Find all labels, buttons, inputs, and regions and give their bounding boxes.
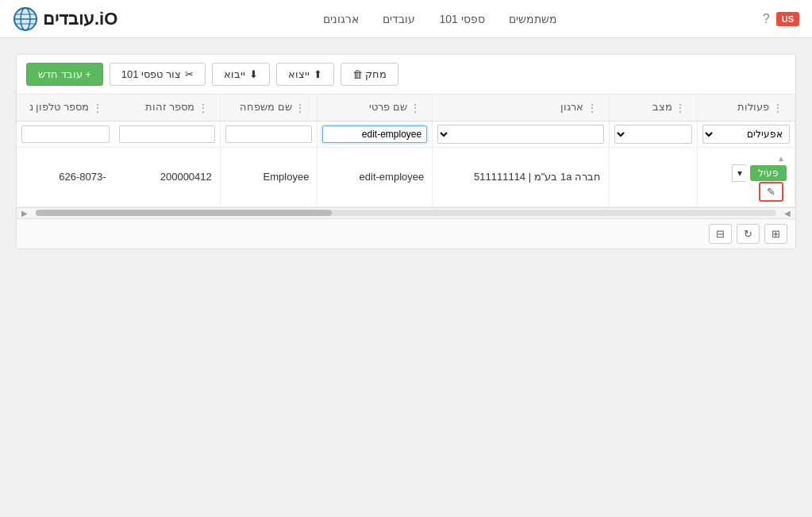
nav-item-users[interactable]: משתמשים bbox=[509, 13, 557, 25]
clear-button[interactable]: מחק 🗑 bbox=[341, 63, 399, 86]
filter-cell-status bbox=[610, 121, 698, 147]
nav-left: US ? bbox=[763, 12, 799, 26]
col-handle-idnum[interactable]: ⋮ bbox=[198, 102, 209, 114]
col-label-phone: מספר טלפון נ bbox=[29, 101, 89, 113]
columns-toggle-button[interactable]: ⊞ bbox=[764, 224, 787, 244]
form101-button[interactable]: ✂ צור טפסי 101 bbox=[110, 63, 206, 86]
col-handle-org[interactable]: ⋮ bbox=[587, 102, 598, 114]
filter-status-select[interactable] bbox=[614, 125, 692, 144]
col-handle-actions[interactable]: ⋮ bbox=[772, 102, 783, 114]
col-handle-lname[interactable]: ⋮ bbox=[294, 102, 306, 114]
col-label-org: ארגון bbox=[560, 101, 583, 113]
col-header-phone: ⋮ מספר טלפון נ bbox=[17, 95, 114, 121]
refresh-icon: ↻ bbox=[744, 228, 752, 240]
main-content: מחק 🗑 ⬆ ייצוא ⬇ ייבוא ✂ צור טפסי 101 + ע… bbox=[0, 38, 812, 265]
col-handle-phone[interactable]: ⋮ bbox=[92, 102, 103, 114]
logo: עובדים.iO bbox=[13, 6, 117, 32]
scissors-icon: ✂ bbox=[185, 68, 194, 80]
nav-item-organizations[interactable]: ארגונים bbox=[323, 13, 359, 25]
table-filter-row: אפעילים bbox=[17, 121, 795, 147]
import-label: ייבוא bbox=[224, 68, 245, 80]
col-header-idnum: ⋮ מספר זהות bbox=[114, 95, 221, 121]
cell-lname: Employee bbox=[220, 147, 317, 206]
locale-flag[interactable]: US bbox=[776, 12, 799, 26]
filter-idnum-input[interactable] bbox=[119, 125, 215, 143]
filter-cell-phone bbox=[17, 121, 114, 147]
filter-org-select[interactable] bbox=[437, 125, 604, 144]
logo-globe-icon bbox=[13, 6, 38, 32]
filter-phone-input[interactable] bbox=[21, 125, 110, 143]
col-label-actions: פעולות bbox=[737, 101, 769, 113]
logo-text: עובדים.iO bbox=[43, 9, 117, 29]
filter-icon: ⊟ bbox=[716, 228, 725, 240]
cell-idnum: 200000412 bbox=[114, 147, 221, 206]
table-scroll-area[interactable]: ⋮ פעולות ⋮ מצב ⋮ ארגון ⋮ bbox=[17, 95, 795, 207]
filter-cell-idnum bbox=[114, 121, 221, 147]
col-handle-status[interactable]: ⋮ bbox=[675, 102, 686, 114]
table-row: ▲ פעיל ▾ ✎ חברה 1a בע"מ | 511111114 bbox=[17, 147, 795, 206]
col-header-fname: ⋮ שם פרטי bbox=[317, 95, 433, 121]
employees-table: ⋮ פעולות ⋮ מצב ⋮ ארגון ⋮ bbox=[17, 95, 795, 207]
col-header-actions: ⋮ פעולות bbox=[698, 95, 795, 121]
cell-actions: ▲ פעיל ▾ ✎ bbox=[698, 147, 795, 206]
table-header-row: ⋮ פעולות ⋮ מצב ⋮ ארגון ⋮ bbox=[17, 95, 795, 121]
nav-item-101[interactable]: ספסי 101 bbox=[439, 13, 484, 25]
horizontal-scrollbar[interactable]: ◀ ▶ bbox=[17, 207, 795, 218]
col-header-status: ⋮ מצב bbox=[610, 95, 698, 121]
nav-center: משתמשים ספסי 101 עובדים ארגונים bbox=[323, 13, 556, 25]
table-container: מחק 🗑 ⬆ ייצוא ⬇ ייבוא ✂ צור טפסי 101 + ע… bbox=[16, 54, 796, 249]
export-button[interactable]: ⬆ ייצוא bbox=[276, 63, 334, 86]
cell-status bbox=[610, 147, 698, 206]
new-employee-button[interactable]: + עובד חדש bbox=[26, 63, 103, 86]
scroll-right-arrow[interactable]: ▶ bbox=[18, 209, 31, 218]
form101-label: צור טפסי 101 bbox=[121, 68, 181, 80]
export-label: ייצוא bbox=[288, 68, 310, 80]
table-toolbar: מחק 🗑 ⬆ ייצוא ⬇ ייבוא ✂ צור טפסי 101 + ע… bbox=[17, 55, 795, 95]
edit-row-button[interactable]: ✎ bbox=[759, 182, 783, 202]
col-label-lname: שם משפחה bbox=[240, 101, 292, 113]
col-label-status: מצב bbox=[652, 101, 672, 113]
export-arrow-icon: ⬆ bbox=[314, 68, 322, 80]
filter-button[interactable]: ⊟ bbox=[709, 224, 732, 244]
action-btn-group: ▾ bbox=[732, 164, 747, 182]
bottom-toolbar: ⊞ ↻ ⊟ bbox=[17, 218, 795, 249]
cell-fname: edit-employee bbox=[317, 147, 433, 206]
nav-item-employees[interactable]: עובדים bbox=[383, 13, 415, 25]
edit-pencil-icon: ✎ bbox=[767, 186, 775, 198]
scroll-left-arrow[interactable]: ◀ bbox=[781, 209, 794, 218]
help-icon[interactable]: ? bbox=[763, 12, 770, 26]
col-handle-fname[interactable]: ⋮ bbox=[410, 102, 421, 114]
filter-cell-org bbox=[433, 121, 610, 147]
scroll-thumb[interactable] bbox=[36, 210, 332, 216]
filter-fname-input[interactable] bbox=[322, 125, 427, 143]
filter-lname-input[interactable] bbox=[225, 125, 313, 143]
col-label-idnum: מספר זהות bbox=[145, 101, 195, 113]
import-button[interactable]: ⬇ ייבוא bbox=[212, 63, 270, 86]
filter-status[interactable]: אפעילים bbox=[702, 125, 790, 144]
top-navigation: US ? משתמשים ספסי 101 עובדים ארגונים עוב… bbox=[0, 0, 812, 38]
col-header-lname: ⋮ שם משפחה bbox=[220, 95, 317, 121]
action-dropdown-button[interactable]: ▾ bbox=[732, 164, 747, 182]
col-label-fname: שם פרטי bbox=[369, 101, 407, 113]
col-header-org: ⋮ ארגון bbox=[433, 95, 610, 121]
cell-phone: -626-8073 bbox=[17, 147, 114, 206]
row-expand-icon[interactable]: ▲ bbox=[706, 152, 787, 164]
filter-cell-lname bbox=[220, 121, 317, 147]
status-badge-active: פעיל bbox=[750, 165, 787, 181]
scroll-track[interactable] bbox=[36, 210, 776, 216]
refresh-button[interactable]: ↻ bbox=[737, 224, 760, 244]
filter-cell-actions: אפעילים bbox=[698, 121, 795, 147]
cell-org: חברה 1a בע"מ | 511111114 bbox=[433, 147, 610, 206]
filter-cell-fname bbox=[317, 121, 433, 147]
columns-icon: ⊞ bbox=[772, 228, 780, 240]
import-arrow-icon: ⬇ bbox=[249, 68, 258, 80]
